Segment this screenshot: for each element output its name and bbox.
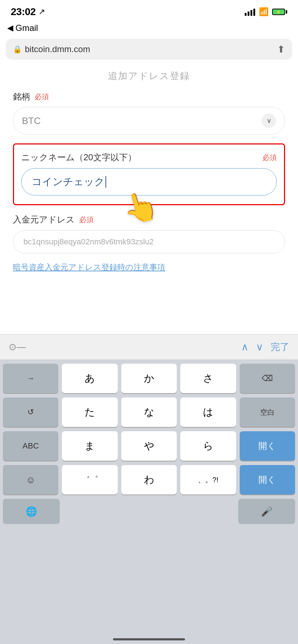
key-ha[interactable]: は (180, 397, 236, 427)
address-field-group: 入金元アドレス 必須 bc1qnsupj8eqya02nm8v6tmk93zsl… (13, 214, 285, 253)
keyboard-row-1: → あ か さ ⌫ (3, 364, 295, 393)
keyboard-toolbar: ⊙— ∧ ∨ 完了 (0, 334, 298, 359)
done-button[interactable]: 完了 (271, 341, 289, 353)
key-globe[interactable]: 🌐 (3, 499, 60, 524)
wifi-icon: 📶 (259, 7, 268, 17)
key-a[interactable]: あ (62, 364, 117, 393)
key-open-1[interactable]: 開く (240, 431, 295, 461)
key-ka[interactable]: か (121, 364, 177, 393)
key-open-2[interactable]: 開く (240, 465, 295, 494)
address-required: 必須 (79, 215, 94, 225)
key-ma[interactable]: ま (62, 431, 117, 461)
page-title: 追加アドレス登録 (13, 63, 285, 91)
japanese-keyboard: → あ か さ ⌫ ↺ た な は 空白 ABC ま や ら 開く ☺ ゛゜ わ… (0, 359, 298, 644)
nickname-required: 必須 (262, 153, 277, 162)
key-wa[interactable]: わ (121, 465, 177, 494)
address-label: 入金元アドレス (13, 214, 75, 225)
url-text: bitcoin.dmm.com (25, 44, 90, 54)
keyboard-rows: → あ か さ ⌫ ↺ た な は 空白 ABC ま や ら 開く ☺ ゛゜ わ… (3, 364, 295, 494)
keyboard-row-2: ↺ た な は 空白 (3, 397, 295, 427)
address-placeholder: bc1qnsupj8eqya02nm8v6tmk93zslu2 (23, 237, 154, 246)
symbol-select[interactable]: BTC ∨ (13, 107, 285, 135)
toolbar-right: ∧ ∨ 完了 (241, 341, 289, 353)
key-ra[interactable]: ら (180, 431, 236, 461)
status-time: 23:02 (11, 6, 36, 18)
key-tab[interactable]: → (3, 364, 58, 393)
share-button[interactable]: ⬆ (277, 44, 285, 55)
keyboard-row-4: ☺ ゛゜ わ 、。?! 開く (3, 465, 295, 494)
address-label-row: 入金元アドレス 必須 (13, 214, 285, 225)
key-dakuten[interactable]: ゛゜ (62, 465, 117, 494)
key-sa[interactable]: さ (180, 364, 236, 393)
symbol-field-group: 銘柄 必須 BTC ∨ (13, 91, 285, 135)
nickname-input[interactable]: コインチェック (21, 168, 277, 196)
location-icon: ↗ (39, 7, 45, 17)
home-indicator-bar (113, 638, 185, 640)
symbol-label: 銘柄 (13, 91, 30, 102)
address-bar[interactable]: 🔒 bitcoin.dmm.com ⬆ (6, 39, 292, 60)
key-backspace[interactable]: ⌫ (240, 364, 295, 393)
key-abc[interactable]: ABC (3, 431, 58, 461)
home-indicator (0, 638, 298, 640)
url-display: 🔒 bitcoin.dmm.com (13, 44, 90, 54)
key-space-bottom (63, 499, 234, 524)
back-label[interactable]: Gmail (15, 23, 38, 33)
dropdown-arrow-icon[interactable]: ∨ (262, 114, 276, 128)
symbol-required: 必須 (35, 92, 49, 102)
key-mic[interactable]: 🎤 (238, 499, 295, 524)
key-emoji[interactable]: ☺ (3, 465, 58, 494)
battery-icon: ⚡ (272, 9, 287, 15)
status-bar: 23:02 ↗ 📶 ⚡ (0, 0, 298, 22)
caution-link[interactable]: 暗号資産入金元アドレス登録時の注意事項 (13, 262, 285, 276)
status-icons: 📶 ⚡ (245, 7, 287, 17)
symbol-label-row: 銘柄 必須 (13, 91, 285, 102)
lock-icon: 🔒 (13, 45, 22, 54)
nickname-label-row: ニックネーム（20文字以下） 必須 (21, 152, 277, 163)
key-ya[interactable]: や (121, 431, 177, 461)
key-punctuation[interactable]: 、。?! (180, 465, 236, 494)
back-arrow-icon[interactable]: ◀ (7, 23, 13, 33)
key-ta[interactable]: た (62, 397, 117, 427)
keyboard-bottom-keys: 🌐 🎤 (3, 499, 295, 524)
nickname-label: ニックネーム（20文字以下） (21, 152, 136, 163)
key-space[interactable]: 空白 (240, 397, 295, 427)
key-na[interactable]: な (121, 397, 177, 427)
symbol-value: BTC (22, 115, 41, 126)
key-icon: ⊙— (9, 341, 26, 353)
chevron-down-icon[interactable]: ∨ (256, 341, 263, 353)
text-cursor (105, 176, 106, 188)
chevron-up-icon[interactable]: ∧ (241, 341, 249, 353)
nickname-value: コインチェック (32, 175, 105, 189)
address-input[interactable]: bc1qnsupj8eqya02nm8v6tmk93zslu2 (13, 230, 285, 253)
nickname-section: ニックネーム（20文字以下） 必須 コインチェック (13, 143, 285, 205)
signal-icon (245, 8, 255, 16)
back-nav: ◀ Gmail (0, 22, 298, 36)
page-content: 追加アドレス登録 銘柄 必須 BTC ∨ ニックネーム（20文字以下） 必須 コ… (0, 63, 298, 276)
key-undo[interactable]: ↺ (3, 397, 58, 427)
keyboard-row-3: ABC ま や ら 開く (3, 431, 295, 461)
